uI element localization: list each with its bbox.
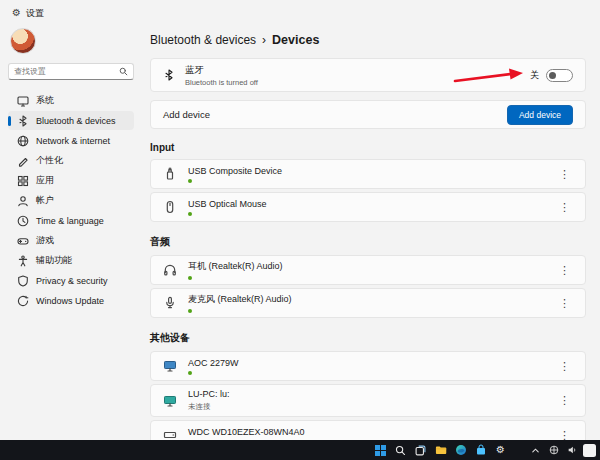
- taskbar-settings-button[interactable]: ⚙: [494, 444, 507, 457]
- personalization-icon: [17, 155, 29, 167]
- sidebar-item-accounts[interactable]: 帐户: [8, 191, 134, 210]
- volume-tray-icon[interactable]: [565, 444, 578, 457]
- device-row[interactable]: 麦克风 (Realtek(R) Audio) ⋮: [150, 288, 586, 318]
- device-name: 耳机 (Realtek(R) Audio): [188, 260, 545, 273]
- sidebar-item-label: 应用: [36, 174, 54, 187]
- section-input: Input USB Composite Device ⋮ USB Optical…: [150, 142, 586, 222]
- sidebar-item-apps[interactable]: 应用: [8, 171, 134, 190]
- sidebar-item-label: 辅助功能: [36, 254, 72, 267]
- taskbar-icon-group: ⚙: [374, 440, 507, 460]
- store-button[interactable]: [474, 444, 487, 457]
- device-row[interactable]: USB Composite Device ⋮: [150, 159, 586, 189]
- titlebar: ⚙ 设置: [0, 0, 600, 26]
- sidebar-item-label: 个性化: [36, 154, 63, 167]
- sidebar-item-label: Bluetooth & devices: [36, 116, 116, 126]
- file-explorer-button[interactable]: [434, 444, 447, 457]
- status-dot: [188, 212, 192, 216]
- sidebar-item-accessibility[interactable]: 辅助功能: [8, 251, 134, 270]
- mouse-icon: [163, 200, 177, 214]
- store-icon: [475, 444, 487, 456]
- sidebar-item-label: Windows Update: [36, 296, 104, 306]
- device-row[interactable]: 耳机 (Realtek(R) Audio) ⋮: [150, 255, 586, 285]
- device-row[interactable]: USB Optical Mouse ⋮: [150, 192, 586, 222]
- bluetooth-toggle[interactable]: [546, 69, 573, 82]
- system-tray: [529, 440, 596, 460]
- taskbar-search-button[interactable]: [394, 444, 407, 457]
- device-name: WDC WD10EZEX-08WN4A0: [188, 427, 545, 437]
- section-title: 其他设备: [150, 331, 586, 345]
- sidebar-item-time-language[interactable]: Time & language: [8, 211, 134, 230]
- sidebar-item-label: 系统: [36, 94, 54, 107]
- hidden-icons-chevron[interactable]: [529, 444, 542, 457]
- user-avatar[interactable]: [10, 28, 36, 54]
- device-name: AOC 2279W: [188, 358, 545, 368]
- settings-window: ⚙ 设置 系统 Bluetooth & devices Network & in…: [0, 0, 600, 460]
- section-title: Input: [150, 142, 586, 153]
- edge-browser-button[interactable]: [454, 444, 467, 457]
- settings-search-box[interactable]: [8, 63, 134, 80]
- main-content: Bluetooth & devices › Devices 蓝牙 Bluetoo…: [150, 26, 586, 440]
- tray-badge-icon[interactable]: [583, 444, 596, 457]
- privacy-security-icon: [17, 275, 29, 287]
- sidebar-item-privacy-security[interactable]: Privacy & security: [8, 271, 134, 290]
- sidebar: 系统 Bluetooth & devices Network & interne…: [0, 26, 142, 440]
- task-view-button[interactable]: [414, 444, 427, 457]
- device-name: 麦克风 (Realtek(R) Audio): [188, 293, 545, 306]
- sidebar-item-label: Network & internet: [36, 136, 110, 146]
- microphone-icon: [163, 296, 177, 310]
- taskbar: ⚙: [0, 440, 600, 460]
- sidebar-item-bluetooth-devices[interactable]: Bluetooth & devices: [8, 111, 134, 130]
- sidebar-item-network-internet[interactable]: Network & internet: [8, 131, 134, 150]
- add-device-button[interactable]: Add device: [507, 105, 573, 125]
- section-audio: 音频 耳机 (Realtek(R) Audio) ⋮ 麦克风 (Realtek(…: [150, 235, 586, 318]
- more-options-icon[interactable]: ⋮: [556, 167, 573, 182]
- windows-update-icon: [17, 295, 29, 307]
- sidebar-item-windows-update[interactable]: Windows Update: [8, 291, 134, 310]
- usb-device-icon: [163, 167, 177, 181]
- apps-icon: [17, 175, 29, 187]
- more-options-icon[interactable]: ⋮: [556, 393, 573, 408]
- task-view-icon: [415, 445, 426, 456]
- breadcrumb: Bluetooth & devices › Devices: [150, 33, 586, 47]
- status-dot: [188, 276, 192, 280]
- settings-gear-icon: ⚙: [12, 8, 21, 18]
- more-options-icon[interactable]: ⋮: [556, 359, 573, 374]
- section-title: 音频: [150, 235, 586, 249]
- window-title: 设置: [26, 7, 44, 20]
- sidebar-nav: 系统 Bluetooth & devices Network & interne…: [8, 91, 134, 310]
- sidebar-item-label: 游戏: [36, 234, 54, 247]
- edge-icon: [455, 444, 467, 456]
- device-name: LU-PC: lu:: [188, 389, 545, 399]
- sidebar-item-gaming[interactable]: 游戏: [8, 231, 134, 250]
- more-options-icon[interactable]: ⋮: [556, 296, 573, 311]
- breadcrumb-separator: ›: [262, 33, 266, 47]
- speaker-icon: [567, 445, 577, 455]
- accessibility-icon: [17, 255, 29, 267]
- more-options-icon[interactable]: ⋮: [556, 200, 573, 215]
- breadcrumb-parent[interactable]: Bluetooth & devices: [150, 33, 256, 47]
- sidebar-item-label: 帐户: [36, 194, 54, 207]
- network-icon: [17, 135, 29, 147]
- status-dot: [188, 179, 192, 183]
- monitor-icon: [163, 359, 177, 373]
- device-row[interactable]: LU-PC: lu: 未连接 ⋮: [150, 384, 586, 417]
- device-name: USB Optical Mouse: [188, 199, 545, 209]
- bluetooth-toggle-card: 蓝牙 Bluetooth is turned off 关: [150, 58, 586, 92]
- add-device-label: Add device: [163, 109, 210, 120]
- bluetooth-toggle-group: 关: [530, 69, 573, 82]
- sidebar-item-personalization[interactable]: 个性化: [8, 151, 134, 170]
- network-tray-icon[interactable]: [547, 444, 560, 457]
- device-row[interactable]: AOC 2279W ⋮: [150, 351, 586, 381]
- section-other-devices: 其他设备 AOC 2279W ⋮ LU-PC: lu: 未连接: [150, 331, 586, 450]
- sidebar-item-system[interactable]: 系统: [8, 91, 134, 110]
- start-button[interactable]: [374, 444, 387, 457]
- more-options-icon[interactable]: ⋮: [556, 263, 573, 278]
- status-dot: [188, 309, 192, 313]
- windows-logo-icon: [375, 445, 386, 456]
- folder-icon: [435, 444, 447, 456]
- search-input[interactable]: [14, 67, 119, 76]
- bluetooth-text: 蓝牙 Bluetooth is turned off: [185, 64, 258, 87]
- search-icon: [119, 67, 128, 76]
- search-icon: [395, 445, 406, 456]
- annotation-red-arrow: [453, 66, 527, 86]
